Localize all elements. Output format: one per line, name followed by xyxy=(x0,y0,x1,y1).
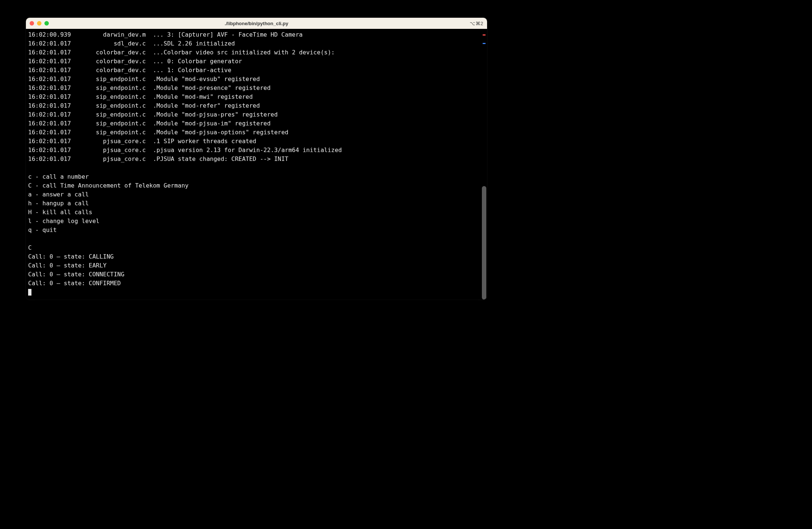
menu-line: q - quit xyxy=(28,226,479,235)
log-timestamp: 16:02:01.017 xyxy=(28,101,74,110)
call-state-line: Call: 0 – state: CONFIRMED xyxy=(28,279,479,288)
log-line: 16:02:01.017sip_endpoint.c.Module "mod-p… xyxy=(28,119,479,128)
log-message: .PJSUA state changed: CREATED --> INIT xyxy=(153,155,288,164)
log-message: ...SDL 2.26 initialized xyxy=(153,39,235,48)
log-line: 16:02:01.017colorbar_dev.c...Colorbar vi… xyxy=(28,48,479,57)
log-line: 16:02:01.017pjsua_core.c.1 SIP worker th… xyxy=(28,137,479,146)
log-line: 16:02:01.017sip_endpoint.c.Module "mod-e… xyxy=(28,75,479,84)
log-line: 16:02:01.017sdl_dev.c...SDL 2.26 initial… xyxy=(28,39,479,48)
log-source: colorbar_dev.c xyxy=(74,48,153,57)
log-line: 16:02:01.017sip_endpoint.c.Module "mod-p… xyxy=(28,84,479,92)
log-message: ... 0: Colorbar generator xyxy=(153,57,242,66)
log-timestamp: 16:02:01.017 xyxy=(28,146,74,155)
log-message: .Module "mod-pjsua-options" registered xyxy=(153,128,288,137)
window-shortcut: ⌥⌘2 xyxy=(470,21,483,26)
minimize-icon[interactable] xyxy=(37,21,41,26)
log-line: 16:02:01.017sip_endpoint.c.Module "mod-p… xyxy=(28,128,479,137)
desktop: ./libphone/bin/python_cli.py ⌥⌘2 16:02:0… xyxy=(0,0,812,529)
log-source: sip_endpoint.c xyxy=(74,75,153,84)
scroll-mark xyxy=(483,43,486,44)
traffic-lights xyxy=(30,21,49,26)
blank-line xyxy=(28,235,479,243)
window-title: ./libphone/bin/python_cli.py xyxy=(26,21,487,26)
log-source: darwin_dev.m xyxy=(74,30,153,39)
log-message: .Module "mod-pjsua-pres" registered xyxy=(153,110,278,119)
log-line: 16:02:00.939darwin_dev.m... 3: [Capturer… xyxy=(28,30,479,39)
log-source: pjsua_core.c xyxy=(74,137,153,146)
scroll-mark xyxy=(483,34,486,36)
cursor-icon xyxy=(28,289,31,296)
log-source: pjsua_core.c xyxy=(74,155,153,164)
log-timestamp: 16:02:01.017 xyxy=(28,75,74,84)
call-state-line: Call: 0 – state: CALLING xyxy=(28,252,479,261)
log-source: sip_endpoint.c xyxy=(74,110,153,119)
log-timestamp: 16:02:00.939 xyxy=(28,30,74,39)
log-timestamp: 16:02:01.017 xyxy=(28,137,74,146)
menu-line: c - call a number xyxy=(28,172,479,181)
log-source: sip_endpoint.c xyxy=(74,101,153,110)
log-message: ... 3: [Capturer] AVF - FaceTime HD Came… xyxy=(153,30,303,39)
menu-line: C - call Time Announcement of Telekom Ge… xyxy=(28,181,479,190)
log-timestamp: 16:02:01.017 xyxy=(28,155,74,164)
log-timestamp: 16:02:01.017 xyxy=(28,119,74,128)
cursor-line xyxy=(28,288,479,297)
log-source: sip_endpoint.c xyxy=(74,92,153,101)
log-source: sdl_dev.c xyxy=(74,39,153,48)
log-source: sip_endpoint.c xyxy=(74,119,153,128)
log-line: 16:02:01.017colorbar_dev.c... 1: Colorba… xyxy=(28,66,479,75)
log-timestamp: 16:02:01.017 xyxy=(28,57,74,66)
user-input: C xyxy=(28,243,479,252)
scroll-track[interactable] xyxy=(482,29,486,300)
menu-line: H - kill all calls xyxy=(28,208,479,217)
log-line: 16:02:01.017sip_endpoint.c.Module "mod-m… xyxy=(28,92,479,101)
blank-line xyxy=(28,164,479,172)
log-line: 16:02:01.017colorbar_dev.c... 0: Colorba… xyxy=(28,57,479,66)
log-message: .Module "mod-refer" registered xyxy=(153,101,260,110)
log-message: .Module "mod-presence" registered xyxy=(153,84,271,92)
log-line: 16:02:01.017sip_endpoint.c.Module "mod-r… xyxy=(28,101,479,110)
log-line: 16:02:01.017pjsua_core.c.pjsua version 2… xyxy=(28,146,479,155)
log-source: sip_endpoint.c xyxy=(74,84,153,92)
log-source: colorbar_dev.c xyxy=(74,66,153,75)
log-timestamp: 16:02:01.017 xyxy=(28,128,74,137)
log-source: sip_endpoint.c xyxy=(74,128,153,137)
log-line: 16:02:01.017sip_endpoint.c.Module "mod-p… xyxy=(28,110,479,119)
scroll-thumb[interactable] xyxy=(482,186,486,300)
scrollbar[interactable] xyxy=(481,29,487,300)
log-timestamp: 16:02:01.017 xyxy=(28,84,74,92)
log-message: .pjsua version 2.13 for Darwin-22.3/arm6… xyxy=(153,146,342,155)
titlebar[interactable]: ./libphone/bin/python_cli.py ⌥⌘2 xyxy=(26,18,487,29)
terminal-window: ./libphone/bin/python_cli.py ⌥⌘2 16:02:0… xyxy=(26,18,487,300)
zoom-icon[interactable] xyxy=(44,21,49,26)
log-message: .1 SIP worker threads created xyxy=(153,137,256,146)
log-message: ... 1: Colorbar-active xyxy=(153,66,231,75)
log-message: .Module "mod-pjsua-im" registered xyxy=(153,119,271,128)
close-icon[interactable] xyxy=(30,21,34,26)
menu-line: a - answer a call xyxy=(28,190,479,199)
log-source: colorbar_dev.c xyxy=(74,57,153,66)
menu-line: l - change log level xyxy=(28,217,479,226)
call-state-line: Call: 0 – state: CONNECTING xyxy=(28,270,479,279)
log-timestamp: 16:02:01.017 xyxy=(28,48,74,57)
log-message: .Module "mod-evsub" registered xyxy=(153,75,260,84)
call-state-line: Call: 0 – state: EARLY xyxy=(28,261,479,270)
log-message: .Module "mod-mwi" registered xyxy=(153,92,253,101)
log-line: 16:02:01.017pjsua_core.c.PJSUA state cha… xyxy=(28,155,479,164)
log-timestamp: 16:02:01.017 xyxy=(28,92,74,101)
log-timestamp: 16:02:01.017 xyxy=(28,110,74,119)
menu-line: h - hangup a call xyxy=(28,199,479,208)
log-timestamp: 16:02:01.017 xyxy=(28,39,74,48)
log-message: ...Colorbar video src initialized with 2… xyxy=(153,48,335,57)
log-timestamp: 16:02:01.017 xyxy=(28,66,74,75)
terminal-body: 16:02:00.939darwin_dev.m... 3: [Capturer… xyxy=(26,29,487,300)
log-source: pjsua_core.c xyxy=(74,146,153,155)
terminal-output[interactable]: 16:02:00.939darwin_dev.m... 3: [Capturer… xyxy=(26,29,481,300)
